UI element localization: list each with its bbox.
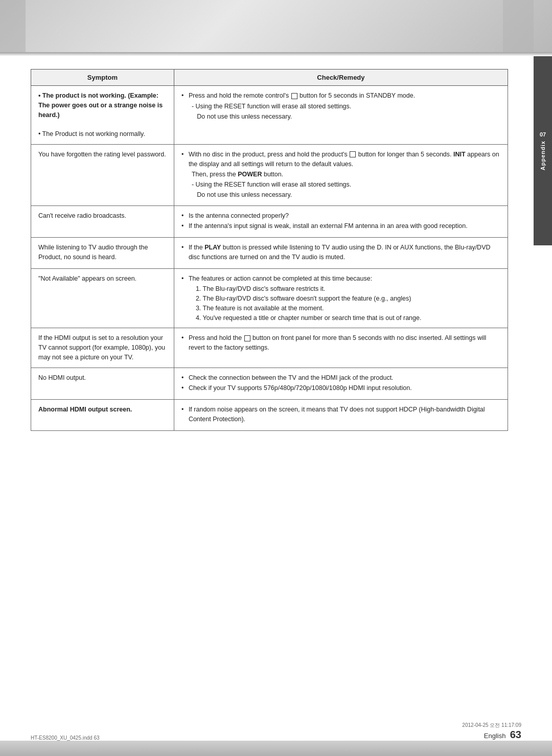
symptom-cell-abnormal-hdmi: Abnormal HDMI output screen.: [31, 400, 174, 431]
remedy-bold: POWER: [238, 171, 262, 178]
chapter-number: 07: [540, 131, 546, 138]
table-row: • The product is not working. (Example: …: [31, 86, 508, 145]
remedy-cell-abnormal-hdmi: If random noise appears on the screen, i…: [174, 400, 508, 431]
footer-right-text: 2012-04-25 오전 11:17:09: [462, 722, 521, 728]
table-header-symptom: Symptom: [31, 70, 174, 86]
remedy-item: If random noise appears on the screen, i…: [181, 405, 500, 424]
remedy-item: Is the antenna connected properly?: [181, 211, 500, 221]
remedy-item: If the antenna's input signal is weak, i…: [181, 221, 500, 231]
remedy-bold: INIT: [453, 151, 466, 158]
footer-content: 2012-04-25 오전 11:17:09 English 63: [462, 722, 521, 741]
remedy-item: Check the connection between the TV and …: [181, 373, 500, 383]
table-row: You have forgotten the rating level pass…: [31, 144, 508, 205]
symptom-cell-tv-audio: While listening to TV audio through the …: [31, 238, 174, 269]
page-number: 63: [510, 729, 521, 740]
remedy-item: Check if your TV supports 576p/480p/720p…: [181, 383, 500, 393]
symptom-text-8: Abnormal HDMI output screen.: [38, 406, 132, 413]
symptom-text-6: If the HDMI output is set to a resolutio…: [38, 334, 165, 361]
english-label: English: [484, 732, 506, 740]
symptom-text-5: "Not Available" appears on screen.: [38, 275, 136, 282]
remedy-cell-no-hdmi: Check the connection between the TV and …: [174, 368, 508, 400]
remedy-numbered-item: 2. The Blu-ray/DVD disc's software doesn…: [196, 294, 500, 304]
chapter-sidebar: 07 Appendix: [534, 56, 552, 245]
page-number-label: English 63: [484, 734, 521, 739]
remedy-cell-product-not-working: Press and hold the remote control's butt…: [174, 86, 508, 145]
numbered-remedy-list: 1. The Blu-ray/DVD disc's software restr…: [181, 284, 500, 323]
table-row: If the HDMI output is set to a resolutio…: [31, 328, 508, 368]
remedy-item: If the PLAY button is pressed while list…: [181, 243, 500, 262]
table-row: No HDMI output. Check the connection bet…: [31, 368, 508, 400]
symptom-text-7: No HDMI output.: [38, 374, 86, 381]
remedy-item: With no disc in the product, press and h…: [181, 150, 500, 169]
symptom-cell-not-available: "Not Available" appears on screen.: [31, 268, 174, 328]
top-right-accent: [503, 0, 534, 56]
top-header: [0, 0, 552, 56]
square-icon: [291, 93, 297, 99]
table-row: "Not Available" appears on screen. The f…: [31, 268, 508, 328]
top-left-accent: [0, 0, 26, 56]
table-row: Abnormal HDMI output screen. If random n…: [31, 400, 508, 431]
remedy-cell-tv-audio: If the PLAY button is pressed while list…: [174, 238, 508, 269]
symptom-text-3: Can't receive radio broadcasts.: [38, 212, 126, 219]
symptom-text-1b: • The Product is not working normally.: [38, 130, 145, 138]
symptom-cell-forgotten-password: You have forgotten the rating level pass…: [31, 144, 174, 205]
troubleshoot-table: Symptom Check/Remedy • The product is no…: [31, 69, 508, 431]
symptom-text-1a: • The product is not working. (Example: …: [38, 92, 163, 119]
remedy-bold: PLAY: [204, 244, 221, 251]
main-content: Symptom Check/Remedy • The product is no…: [0, 56, 534, 441]
remedy-numbered-item: 3. The feature is not available at the m…: [196, 304, 500, 313]
remedy-sub-item: Then, press the POWER button.: [181, 170, 500, 179]
square-icon: [244, 335, 250, 341]
footer-left: HT-ES8200_XU_0425.indd 63: [31, 735, 100, 741]
remedy-item: Press and hold the remote control's butt…: [181, 91, 500, 101]
remedy-numbered-item: 1. The Blu-ray/DVD disc's software restr…: [196, 284, 500, 294]
symptom-text-4: While listening to TV audio through the …: [38, 244, 148, 261]
symptom-cell-no-hdmi: No HDMI output.: [31, 368, 174, 400]
square-icon: [350, 151, 356, 157]
remedy-item: Press and hold the button on front panel…: [181, 333, 500, 353]
remedy-cell-radio: Is the antenna connected properly? If th…: [174, 205, 508, 238]
remedy-sub-item: - Using the RESET function will erase al…: [181, 180, 500, 190]
symptom-text-2: You have forgotten the rating level pass…: [38, 151, 166, 158]
remedy-cell-hdmi-resolution: Press and hold the button on front panel…: [174, 328, 508, 368]
remedy-cell-forgotten-password: With no disc in the product, press and h…: [174, 144, 508, 205]
remedy-sub-item: - Using the RESET function will erase al…: [181, 102, 500, 111]
symptom-cell-hdmi-resolution: If the HDMI output is set to a resolutio…: [31, 328, 174, 368]
symptom-cell-product-not-working: • The product is not working. (Example: …: [31, 86, 174, 145]
bottom-gray-bar: [0, 741, 552, 756]
remedy-cell-not-available: The features or action cannot be complet…: [174, 268, 508, 328]
table-header-remedy: Check/Remedy: [174, 70, 508, 86]
table-row: While listening to TV audio through the …: [31, 238, 508, 269]
remedy-numbered-item: 4. You've requested a title or chapter n…: [196, 313, 500, 323]
remedy-sub-item: Do not use this unless necessary.: [181, 190, 500, 200]
symptom-cell-radio: Can't receive radio broadcasts.: [31, 205, 174, 238]
remedy-sub-item: Do not use this unless necessary.: [181, 112, 500, 122]
chapter-label: Appendix: [540, 141, 546, 170]
table-row: Can't receive radio broadcasts. Is the a…: [31, 205, 508, 238]
remedy-item: The features or action cannot be complet…: [181, 274, 500, 284]
